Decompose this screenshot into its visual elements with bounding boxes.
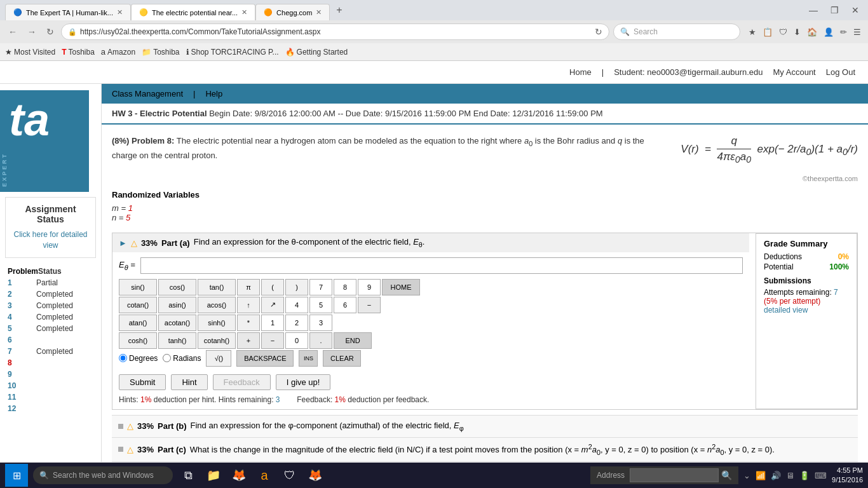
digit-9[interactable]: 9 — [358, 279, 381, 295]
home-link[interactable]: Home — [569, 67, 592, 77]
problem-num-12[interactable]: 12 — [8, 404, 36, 413]
tab-close-3[interactable]: ✕ — [316, 8, 322, 17]
browser-tab-3[interactable]: 🟠 Chegg.com ✕ — [255, 4, 330, 20]
help-link[interactable]: Help — [205, 89, 222, 98]
home-nav-icon[interactable]: 🏠 — [805, 26, 819, 38]
file-explorer-icon[interactable]: 📁 — [203, 465, 224, 485]
digit-4[interactable]: 4 — [285, 297, 308, 313]
user-icon[interactable]: 👤 — [822, 26, 836, 38]
digit-7[interactable]: 7 — [309, 279, 332, 295]
search-box[interactable]: 🔍 Search — [613, 24, 740, 40]
problem-num-6[interactable]: 6 — [8, 336, 36, 344]
address-search-icon[interactable]: 🔍 — [721, 470, 732, 480]
shield-taskbar-icon[interactable]: 🛡 — [280, 465, 300, 485]
expression-input[interactable] — [140, 257, 743, 274]
problem-num-8[interactable]: 8 — [8, 358, 36, 367]
class-management-link[interactable]: Class Management — [112, 89, 183, 98]
digit-0[interactable]: 0 — [285, 332, 308, 349]
reading-icon[interactable]: 📋 — [761, 26, 775, 38]
start-button[interactable]: ⊞ — [5, 464, 28, 487]
log-out-link[interactable]: Log Out — [826, 67, 855, 77]
end-key-button[interactable]: END — [334, 332, 372, 349]
problem-row-8[interactable]: 8 — [5, 357, 96, 369]
part-c-section[interactable]: △ 33% Part (c) What is the change in the… — [112, 437, 858, 461]
maximize-button[interactable]: ❐ — [827, 4, 843, 17]
home-key-button[interactable]: HOME — [382, 279, 420, 295]
new-tab-button[interactable]: + — [330, 4, 348, 16]
cotanh-button[interactable]: cotanh() — [198, 332, 236, 349]
ins-button[interactable]: INS — [299, 350, 318, 367]
radians-radio[interactable] — [163, 354, 171, 362]
problem-num-11[interactable]: 11 — [8, 393, 36, 402]
asin-button[interactable]: asin() — [158, 297, 196, 313]
sqrt-button[interactable]: √() — [206, 350, 231, 367]
problem-num-9[interactable]: 9 — [8, 370, 36, 379]
bookmark-getting-started[interactable]: 🔥 Getting Started — [285, 48, 348, 57]
my-account-link[interactable]: My Account — [773, 67, 816, 77]
tanh-button[interactable]: tanh() — [158, 332, 196, 349]
close-button[interactable]: ✕ — [848, 4, 863, 17]
browser-tab-2[interactable]: 🟡 The electric potential near... ✕ — [131, 4, 255, 20]
problem-row-6[interactable]: 6 — [5, 334, 96, 346]
bookmark-most-visited[interactable]: ★ Most Visited — [5, 48, 55, 57]
problem-row-4[interactable]: 4 Completed — [5, 311, 96, 323]
problem-row-1[interactable]: 1 Partial — [5, 277, 96, 288]
bookmark-amazon[interactable]: a Amazon — [101, 47, 135, 57]
task-view-button[interactable]: ⧉ — [178, 465, 198, 485]
url-bar[interactable]: 🔒 https://usy02al.theexpertta.com/Common… — [61, 24, 609, 40]
bookmark-toshiba-2[interactable]: 📁 Toshiba — [142, 48, 179, 57]
bookmark-toshiba-1[interactable]: T Toshiba — [62, 48, 95, 57]
problem-row-2[interactable]: 2 Completed — [5, 288, 96, 300]
detailed-view-link[interactable]: Click here for detailed view — [12, 229, 89, 251]
acos-button[interactable]: acos() — [198, 297, 236, 313]
cotan-button[interactable]: cotan() — [119, 297, 157, 313]
problem-row-10[interactable]: 10 — [5, 380, 96, 391]
hint-button[interactable]: Hint — [171, 374, 207, 390]
attempts-value[interactable]: 7 — [834, 288, 838, 297]
digit-8[interactable]: 8 — [334, 279, 356, 295]
digit-1[interactable]: 1 — [261, 315, 284, 331]
edit-icon[interactable]: ✏ — [838, 26, 849, 38]
plus-button[interactable]: + — [237, 332, 260, 349]
paren-close-button[interactable]: ) — [285, 279, 308, 295]
backspace-button[interactable]: BACKSPACE — [236, 350, 294, 367]
problem-row-5[interactable]: 5 Completed — [5, 323, 96, 334]
tab-close-2[interactable]: ✕ — [241, 8, 247, 17]
atan-button[interactable]: atan() — [119, 315, 157, 331]
problem-num-7[interactable]: 7 — [8, 347, 36, 356]
tan-button[interactable]: tan() — [198, 279, 236, 295]
minus-button[interactable]: − — [358, 297, 381, 313]
up-right-button[interactable]: ↗ — [261, 297, 284, 313]
sinh-button[interactable]: sinh() — [198, 315, 236, 331]
problem-row-3[interactable]: 3 Completed — [5, 300, 96, 311]
refresh-icon[interactable]: ↻ — [595, 27, 602, 37]
pi-button[interactable]: π — [237, 279, 260, 295]
problem-row-12[interactable]: 12 — [5, 403, 96, 414]
degrees-radio[interactable] — [119, 354, 127, 362]
digit-3[interactable]: 3 — [309, 315, 332, 331]
problem-row-9[interactable]: 9 — [5, 369, 96, 380]
reload-button[interactable]: ↻ — [43, 25, 57, 38]
part-a-expand-icon[interactable]: ► — [119, 238, 127, 248]
download-icon[interactable]: ⬇ — [792, 26, 803, 38]
problem-row-11[interactable]: 11 — [5, 391, 96, 403]
feedback-button[interactable]: Feedback — [213, 374, 271, 390]
digit-5[interactable]: 5 — [309, 297, 332, 313]
minimize-button[interactable]: — — [805, 4, 822, 17]
browser-tab-1[interactable]: 🔵 The Expert TA | Human-lik... ✕ — [5, 4, 131, 20]
submit-button[interactable]: Submit — [119, 374, 166, 390]
up-arrow-button[interactable]: ↑ — [237, 297, 260, 313]
tab-close-1[interactable]: ✕ — [117, 8, 123, 17]
problem-num-1[interactable]: 1 — [8, 278, 36, 287]
acotan-button[interactable]: acotan() — [158, 315, 196, 331]
part-b-section[interactable]: △ 33% Part (b) Find an expression for th… — [112, 415, 858, 437]
decimal-button[interactable]: . — [309, 332, 332, 349]
give-up-button[interactable]: I give up! — [276, 374, 331, 390]
problem-num-10[interactable]: 10 — [8, 381, 36, 390]
bookmark-shop[interactable]: ℹ Shop TORC1RACING P... — [186, 48, 279, 57]
grade-detailed-view[interactable]: detailed view — [764, 306, 849, 315]
cosh-button[interactable]: cosh() — [119, 332, 157, 349]
grade-detail-link[interactable]: detailed view — [764, 306, 808, 315]
problem-num-4[interactable]: 4 — [8, 313, 36, 322]
taskbar-search[interactable]: 🔍 Search the web and Windows — [33, 466, 173, 484]
